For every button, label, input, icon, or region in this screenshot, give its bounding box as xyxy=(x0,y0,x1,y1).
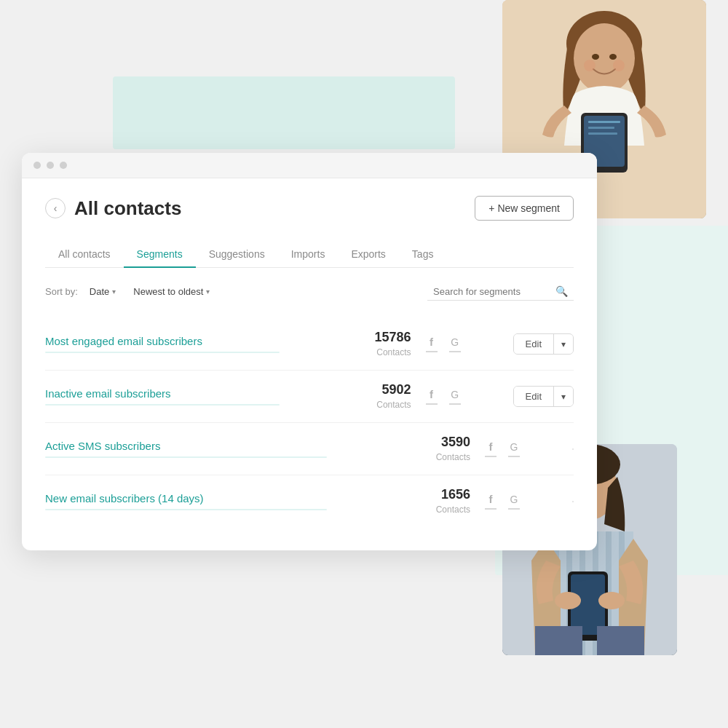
svg-rect-9 xyxy=(588,132,617,135)
tab-exports[interactable]: Exports xyxy=(338,241,398,267)
tab-segments[interactable]: Segments xyxy=(124,241,196,267)
google-icon-bar xyxy=(508,508,520,510)
svg-point-24 xyxy=(555,592,581,609)
browser-dot-1 xyxy=(33,162,41,169)
facebook-icon-wrapper: f xyxy=(426,388,438,405)
back-button[interactable]: ‹ xyxy=(45,198,66,218)
svg-point-25 xyxy=(598,592,625,609)
tab-tags[interactable]: Tags xyxy=(399,241,447,267)
facebook-icon: f xyxy=(430,336,433,348)
google-icon-bar xyxy=(508,456,520,457)
facebook-icon-wrapper: f xyxy=(485,493,496,510)
segment-count-area: 5902 Contacts xyxy=(353,382,411,411)
google-icon: G xyxy=(510,441,518,453)
segment-count-area: 15786 Contacts xyxy=(353,330,411,358)
segment-name-area: Inactive email subscribers xyxy=(45,387,339,405)
segment-actions xyxy=(572,501,574,502)
browser-titlebar xyxy=(22,153,597,178)
google-icon-wrapper: G xyxy=(449,389,461,405)
sort-field-chevron-icon: ▾ xyxy=(112,288,116,296)
segment-actions: Edit ▾ xyxy=(513,386,574,407)
segment-name-area: New email subscribers (14 days) xyxy=(45,492,397,510)
segment-count: 3590 xyxy=(412,435,470,450)
expand-chevron-icon: ▾ xyxy=(561,392,566,402)
browser-dot-3 xyxy=(60,162,67,169)
contacts-label: Contacts xyxy=(436,452,470,462)
segment-row: Most engaged email subscribers 15786 Con… xyxy=(45,318,574,371)
tab-suggestions[interactable]: Suggestions xyxy=(196,241,278,267)
segment-name-area: Active SMS subscribers xyxy=(45,440,397,458)
segment-name-link[interactable]: Active SMS subscribers xyxy=(45,440,397,452)
segment-name-underline xyxy=(45,509,327,510)
contacts-label: Contacts xyxy=(376,400,411,410)
segment-row: Inactive email subscribers 5902 Contacts… xyxy=(45,371,574,423)
segment-count-area: 3590 Contacts xyxy=(412,435,470,463)
sort-field-value: Date xyxy=(90,286,109,297)
segment-name-link[interactable]: Most engaged email subscribers xyxy=(45,335,339,347)
svg-point-4 xyxy=(609,54,617,60)
edit-button[interactable]: Edit xyxy=(514,334,554,354)
tab-imports[interactable]: Imports xyxy=(278,241,339,267)
edit-button[interactable]: Edit xyxy=(514,387,554,406)
google-icon-bar xyxy=(449,351,461,352)
search-input[interactable] xyxy=(433,286,550,297)
segment-name-area: Most engaged email subscribers xyxy=(45,335,339,353)
facebook-icon-bar xyxy=(485,508,496,510)
filters-row: Sort by: Date ▾ Newest to oldest ▾ 🔍 xyxy=(45,282,574,301)
facebook-icon-bar xyxy=(485,456,496,457)
facebook-icon-wrapper: f xyxy=(426,336,438,352)
segment-actions: Edit ▾ xyxy=(513,333,574,355)
segment-name-underline xyxy=(45,404,280,405)
page-header: ‹ All contacts + New segment xyxy=(45,196,574,221)
svg-point-11 xyxy=(613,60,625,71)
segment-icons: f G xyxy=(485,440,558,457)
facebook-icon-bar xyxy=(426,351,438,352)
segment-actions xyxy=(572,448,574,450)
segment-count: 15786 xyxy=(353,330,411,345)
svg-rect-7 xyxy=(588,121,620,123)
bg-teal-rect xyxy=(113,76,455,149)
svg-point-2 xyxy=(574,23,635,93)
facebook-icon-wrapper: f xyxy=(485,440,496,457)
sort-field-select[interactable]: Date ▾ xyxy=(84,283,122,300)
segment-icons: f G xyxy=(485,493,558,510)
segment-icons: f G xyxy=(426,388,499,405)
search-icon: 🔍 xyxy=(555,285,568,297)
new-segment-button[interactable]: + New segment xyxy=(475,196,574,221)
browser-dot-2 xyxy=(47,162,54,169)
back-icon: ‹ xyxy=(54,202,58,214)
facebook-icon: f xyxy=(489,440,493,453)
facebook-icon-bar xyxy=(426,403,438,405)
sort-order-select[interactable]: Newest to oldest ▾ xyxy=(127,283,215,300)
segment-name-underline xyxy=(45,352,280,353)
facebook-icon: f xyxy=(430,388,433,400)
segment-list: Most engaged email subscribers 15786 Con… xyxy=(45,318,574,527)
svg-rect-27 xyxy=(597,626,644,655)
google-icon-wrapper: G xyxy=(449,336,461,352)
google-icon: G xyxy=(510,494,518,505)
segment-name-link[interactable]: New email subscribers (14 days) xyxy=(45,492,397,505)
tabs-row: All contacts Segments Suggestions Import… xyxy=(45,241,574,268)
google-icon: G xyxy=(451,336,459,348)
expand-button[interactable]: ▾ xyxy=(554,335,573,354)
expand-chevron-icon: ▾ xyxy=(561,339,566,349)
google-icon-bar xyxy=(449,403,461,405)
contacts-label: Contacts xyxy=(436,505,470,515)
segment-row: Active SMS subscribers 3590 Contacts f G xyxy=(45,423,574,475)
google-icon: G xyxy=(451,389,459,400)
page-title: All contacts xyxy=(74,197,181,220)
page-title-area: ‹ All contacts xyxy=(45,197,181,220)
svg-point-10 xyxy=(584,60,596,71)
segment-name-underline xyxy=(45,456,327,458)
search-box: 🔍 xyxy=(427,282,574,301)
expand-button[interactable]: ▾ xyxy=(554,387,573,406)
segment-count-area: 1656 Contacts xyxy=(412,487,470,515)
tab-all-contacts[interactable]: All contacts xyxy=(45,241,124,267)
segment-name-link[interactable]: Inactive email subscribers xyxy=(45,387,339,400)
google-icon-wrapper: G xyxy=(508,441,520,457)
segment-row: New email subscribers (14 days) 1656 Con… xyxy=(45,475,574,527)
google-icon-wrapper: G xyxy=(508,494,520,510)
sort-by-label: Sort by: xyxy=(45,286,78,297)
facebook-icon: f xyxy=(489,493,493,505)
svg-point-3 xyxy=(592,54,599,60)
